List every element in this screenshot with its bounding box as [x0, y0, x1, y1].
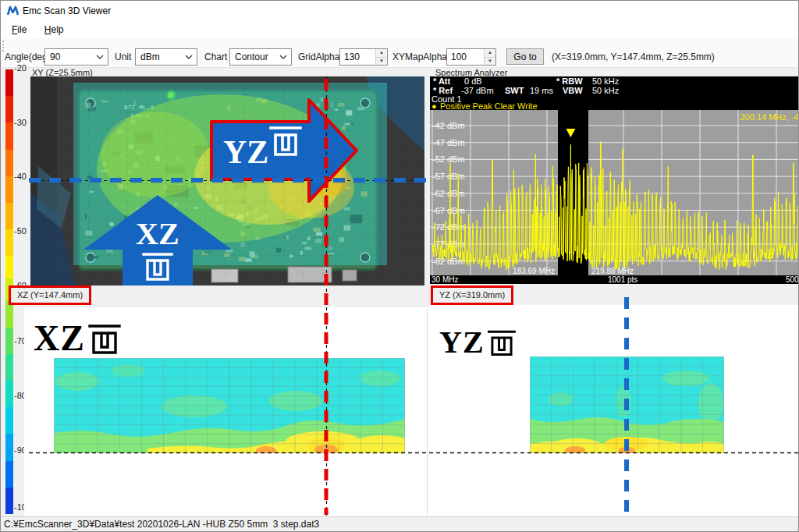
freq-stop-label: 500 MHz — [786, 275, 799, 284]
spectrum-freq-bar: 30 MHz 1001 pts 500 MHz — [430, 275, 799, 284]
grid-alpha-value[interactable]: 130 — [340, 49, 375, 65]
points-label: 1001 pts — [608, 275, 637, 284]
xymap-alpha-spinner[interactable]: 100 ▲ ▼ — [446, 48, 496, 66]
ref-value: -37 dBm — [461, 87, 494, 95]
vbw-value: 50 kHz — [592, 87, 619, 95]
unit-value: dBm — [140, 51, 160, 62]
swt-label: SWT — [505, 87, 524, 95]
app-logo-icon — [7, 5, 19, 16]
xz-section-tag: XZ (Y=147.4mm) — [9, 286, 91, 305]
yz-section-tag: YZ (X=319.0mm) — [431, 286, 513, 305]
y-axis-tick: -62 dBm — [432, 189, 465, 198]
menu-file[interactable]: File — [5, 21, 34, 35]
xymap-alpha-value[interactable]: 100 — [447, 49, 484, 65]
window-title: Emc Scan 3D Viewer — [23, 5, 111, 16]
spectrum-plot: -42 dBm-47 dBm-52 dBm-57 dBm-62 dBm-67 d… — [430, 110, 799, 278]
yz-contour-map[interactable] — [530, 356, 724, 453]
rbw-value: 50 kHz — [592, 77, 619, 86]
grid-alpha-spinner[interactable]: 130 ▲ ▼ — [339, 48, 388, 66]
menu-help[interactable]: Help — [37, 21, 71, 35]
status-file-path: C:¥EmcScanner_3D¥Data¥test 20201026-LAN … — [4, 519, 319, 530]
xz-plane-title: XZ — [34, 317, 122, 359]
title-bar: Emc Scan 3D Viewer — [1, 1, 798, 21]
spin-up-icon[interactable]: ▲ — [485, 49, 495, 57]
angle-select[interactable]: 90 — [44, 48, 108, 66]
y-axis-tick: -47 dBm — [432, 138, 465, 147]
xz-arrow-label: XZ — [136, 216, 179, 251]
swt-value: 19 ms — [530, 87, 553, 95]
xz-plane-title-latin: XZ — [34, 317, 85, 359]
spin-up-icon[interactable]: ▲ — [376, 49, 387, 57]
att-label: * Att — [433, 77, 450, 86]
chevron-down-icon — [96, 55, 104, 59]
chevron-down-icon — [279, 55, 287, 59]
men-kanji-icon — [487, 328, 517, 357]
yz-plane-title-latin: YZ — [439, 324, 485, 360]
xy-map[interactable]: BTI ML-1 94V-0 YZ XZ — [30, 76, 424, 286]
y-axis-tick: -57 dBm — [432, 172, 465, 181]
chart-select[interactable]: Contour — [229, 48, 292, 66]
toolbar-gripper[interactable] — [2, 41, 6, 51]
unit-label: Unit — [115, 51, 131, 62]
goto-button[interactable]: Go to — [506, 48, 544, 65]
chevron-down-icon — [185, 55, 193, 59]
rbw-label: * RBW — [556, 77, 583, 86]
y-axis-tick: -52 dBm — [432, 154, 465, 164]
yz-arrow-label: YZ — [223, 134, 268, 170]
angle-label: Angle(deg) — [5, 51, 51, 62]
marker-readout: 200.14 MHz, -46.8 — [678, 112, 799, 122]
angle-value: 90 — [50, 51, 60, 62]
att-value: 0 dB — [464, 77, 482, 86]
panel-divider — [427, 305, 428, 516]
menu-bar: File Help — [1, 21, 798, 38]
app-window: Emc Scan 3D Viewer File Help Angle(deg) … — [0, 0, 799, 532]
yz-plane-title: YZ — [439, 324, 517, 360]
men-kanji-icon — [87, 321, 122, 356]
chart-label: Chart — [204, 51, 227, 62]
spin-down-icon[interactable]: ▼ — [376, 57, 387, 66]
spin-down-icon[interactable]: ▼ — [485, 57, 495, 66]
vbw-label: VBW — [563, 87, 583, 95]
xz-contour-map[interactable] — [54, 358, 405, 453]
position-readout: (X=319.0mm, Y=147.4mm, Z=25.5mm) — [552, 51, 715, 62]
band-left-label: 183.69 MHz — [500, 267, 555, 275]
y-axis-tick: -72 dBm — [432, 222, 465, 232]
unit-select[interactable]: dBm — [135, 48, 197, 66]
xymap-alpha-label: XYMapAlpha — [392, 51, 447, 62]
y-axis-tick: -42 dBm — [432, 121, 465, 130]
y-axis-tick: -67 dBm — [432, 206, 465, 215]
grid-alpha-label: GridAlpha — [298, 51, 339, 62]
band-right-label: 219.88 MHz — [591, 267, 634, 275]
chart-value: Contour — [235, 51, 268, 62]
spectrum-header: * Att 0 dB * RBW 50 kHz * Ref -37 dBm SW… — [430, 76, 799, 110]
freq-start-label: 30 MHz — [431, 275, 458, 284]
